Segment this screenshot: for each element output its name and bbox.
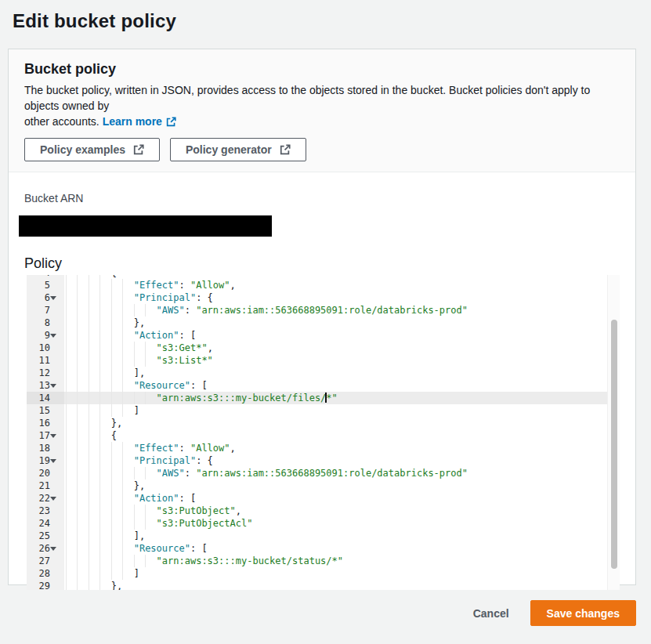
code-line[interactable]: 27"arn:aws:s3:::my-bucket/status/*" xyxy=(27,555,620,567)
code-line[interactable]: 12], xyxy=(27,367,620,379)
line-number: 13 xyxy=(27,379,64,392)
code-line[interactable]: 11"s3:List*" xyxy=(27,354,620,367)
code-line[interactable]: 10"s3:Get*", xyxy=(27,342,620,354)
code-text: "s3:List*" xyxy=(64,354,620,367)
code-line[interactable]: 18"Effect": "Allow", xyxy=(27,442,620,454)
code-line[interactable]: 22"Action": [ xyxy=(27,492,620,505)
panel-header: Bucket policy The bucket policy, written… xyxy=(9,49,635,172)
code-line[interactable]: 9"Action": [ xyxy=(27,329,620,342)
line-number: 23 xyxy=(27,505,64,517)
description-line2: other accounts. xyxy=(24,115,103,128)
line-number: 19 xyxy=(27,454,64,467)
line-number: 27 xyxy=(27,555,64,567)
code-text: "Principal": { xyxy=(64,291,620,304)
fold-toggle-icon[interactable] xyxy=(50,547,56,551)
code-text: "arn:aws:s3:::my-bucket/files/*" xyxy=(64,392,620,404)
line-number: 25 xyxy=(27,530,64,542)
fold-toggle-icon[interactable] xyxy=(50,334,56,338)
line-number: 20 xyxy=(27,467,64,479)
code-text: "arn:aws:s3:::my-bucket/status/*" xyxy=(64,555,620,567)
page-title: Edit bucket policy xyxy=(0,0,651,32)
fold-toggle-icon[interactable] xyxy=(50,296,56,300)
code-line[interactable]: 21}, xyxy=(27,479,620,492)
code-line[interactable]: 23"s3:PutObject", xyxy=(27,505,620,517)
code-text: "Action": [ xyxy=(64,492,620,505)
policy-generator-button[interactable]: Policy generator xyxy=(170,138,306,161)
line-number: 28 xyxy=(27,567,64,580)
fold-toggle-icon[interactable] xyxy=(50,497,56,501)
code-text: }, xyxy=(64,417,620,429)
external-link-icon xyxy=(133,144,144,155)
fold-toggle-icon[interactable] xyxy=(50,459,56,463)
code-rows: 4{5"Effect": "Allow",6"Principal": {7"AW… xyxy=(27,275,620,590)
learn-more-label: Learn more xyxy=(103,114,162,129)
code-text: }, xyxy=(64,317,620,329)
bucket-policy-panel: Bucket policy The bucket policy, written… xyxy=(8,49,636,585)
code-text: ], xyxy=(64,530,620,542)
fold-toggle-icon[interactable] xyxy=(50,384,56,388)
line-number: 11 xyxy=(27,354,64,367)
line-number: 21 xyxy=(27,479,64,492)
learn-more-link[interactable]: Learn more xyxy=(103,114,176,129)
code-line[interactable]: 26"Resource": [ xyxy=(27,542,620,555)
line-number: 5 xyxy=(27,279,64,291)
line-number: 8 xyxy=(27,317,64,329)
code-text: "Action": [ xyxy=(64,329,620,342)
code-line[interactable]: 7"AWS": "arn:aws:iam::563668895091:role/… xyxy=(27,304,620,317)
line-number: 9 xyxy=(27,329,64,342)
code-line[interactable]: 6"Principal": { xyxy=(27,291,620,304)
code-line[interactable]: 25], xyxy=(27,530,620,542)
code-line[interactable]: 13"Resource": [ xyxy=(27,379,620,392)
code-line[interactable]: 8}, xyxy=(27,317,620,329)
line-number: 14 xyxy=(27,392,64,404)
code-text: "Effect": "Allow", xyxy=(64,279,620,291)
line-number: 6 xyxy=(27,291,64,304)
line-number: 16 xyxy=(27,417,64,429)
code-text: ], xyxy=(64,367,620,379)
code-line[interactable]: 17{ xyxy=(27,429,620,442)
policy-examples-button[interactable]: Policy examples xyxy=(24,138,160,161)
code-text: "Principal": { xyxy=(64,454,620,467)
line-number: 17 xyxy=(27,429,64,442)
code-line[interactable]: 15] xyxy=(27,404,620,417)
line-number: 18 xyxy=(27,442,64,454)
panel-description: The bucket policy, written in JSON, prov… xyxy=(24,82,620,129)
footer-actions: Cancel Save changes xyxy=(0,600,651,626)
editor-scrollbar-thumb[interactable] xyxy=(611,320,617,569)
code-line[interactable]: 24"s3:PutObjectAcl" xyxy=(27,517,620,530)
line-number: 15 xyxy=(27,404,64,417)
save-changes-button[interactable]: Save changes xyxy=(530,600,636,626)
fold-toggle-icon[interactable] xyxy=(50,434,56,438)
code-line[interactable]: 19"Principal": { xyxy=(27,454,620,467)
panel-title: Bucket policy xyxy=(24,61,620,78)
line-number: 29 xyxy=(27,580,64,590)
bucket-arn-label: Bucket ARN xyxy=(24,192,620,205)
cancel-button[interactable]: Cancel xyxy=(473,607,509,620)
description-line1: The bucket policy, written in JSON, prov… xyxy=(24,84,590,112)
external-link-icon xyxy=(166,117,176,127)
code-text: "Effect": "Allow", xyxy=(64,442,620,454)
code-text: "s3:PutObjectAcl" xyxy=(64,517,620,530)
code-line[interactable]: 20"AWS": "arn:aws:iam::563668895091:role… xyxy=(27,467,620,479)
editor-scrollbar-track[interactable] xyxy=(607,275,620,590)
line-number: 22 xyxy=(27,492,64,505)
external-link-icon xyxy=(280,144,291,155)
code-text: "s3:Get*", xyxy=(64,342,620,354)
code-text: }, xyxy=(64,479,620,492)
panel-body: Bucket ARN Policy 4{5"Effect": "Allow",6… xyxy=(9,172,635,590)
code-text: "AWS": "arn:aws:iam::563668895091:role/d… xyxy=(64,304,620,317)
line-number: 24 xyxy=(27,517,64,530)
code-line[interactable]: 28] xyxy=(27,567,620,580)
code-line[interactable]: 5"Effect": "Allow", xyxy=(27,279,620,291)
code-text: }, xyxy=(64,580,620,590)
policy-generator-label: Policy generator xyxy=(186,143,272,156)
line-number: 26 xyxy=(27,542,64,555)
policy-buttons-row: Policy examples Policy generator xyxy=(24,138,620,161)
code-line[interactable]: 14"arn:aws:s3:::my-bucket/files/*" xyxy=(27,392,620,404)
policy-code-editor[interactable]: 4{5"Effect": "Allow",6"Principal": {7"AW… xyxy=(27,275,620,590)
code-line[interactable]: 16}, xyxy=(27,417,620,429)
policy-examples-label: Policy examples xyxy=(40,143,125,156)
code-line[interactable]: 29}, xyxy=(27,580,620,590)
line-number: 7 xyxy=(27,304,64,317)
code-text: ] xyxy=(64,567,620,580)
